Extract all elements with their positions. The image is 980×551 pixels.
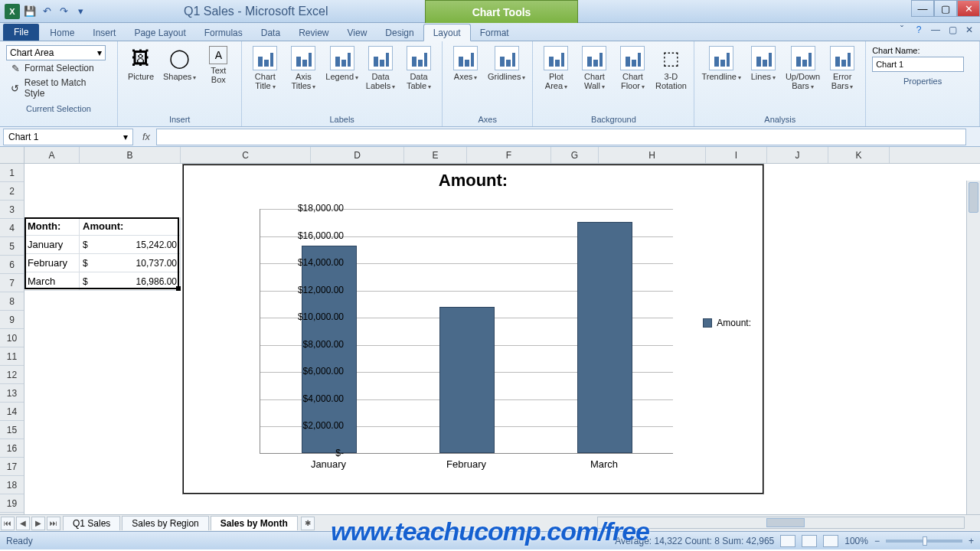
chart-floor-button[interactable]: Chart Floor — [614, 43, 651, 113]
quick-access-toolbar: X 💾 ↶ ↷ ▾ — [0, 4, 92, 19]
doc-restore-icon[interactable]: ▢ — [946, 24, 959, 35]
doc-minimize-icon[interactable]: — — [929, 24, 942, 35]
embedded-chart[interactable]: Amount: $-$2,000.00$4,000.00$6,000.00$8,… — [182, 164, 764, 494]
reset-icon: ↺ — [9, 82, 21, 94]
vertical-scrollbar[interactable] — [966, 181, 980, 514]
name-box[interactable]: Chart 1▾ — [3, 129, 133, 145]
legend-button[interactable]: Legend — [323, 43, 361, 113]
sheet-nav-prev[interactable]: ◀ — [16, 517, 30, 530]
group-label-properties: Properties — [871, 75, 975, 88]
tab-formulas[interactable]: Formulas — [195, 24, 252, 41]
qat-dropdown-icon[interactable]: ▾ — [74, 5, 87, 18]
zoom-in-button[interactable]: + — [969, 536, 974, 546]
updown-bars-button[interactable]: Up/Down Bars — [783, 43, 822, 113]
window-title: Q1 Sales - Microsoft Excel — [184, 5, 328, 18]
tab-layout[interactable]: Layout — [423, 24, 471, 41]
data-labels-button[interactable]: Data Labels — [362, 43, 399, 113]
close-button[interactable]: ✕ — [957, 0, 980, 17]
textbox-button[interactable]: AText Box — [200, 43, 237, 113]
minimize-button[interactable]: — — [911, 0, 934, 17]
view-normal-button[interactable] — [780, 535, 795, 547]
chart-floor-icon — [620, 46, 645, 70]
chart-title[interactable]: Amount: — [183, 165, 763, 194]
help-icon[interactable]: ? — [913, 24, 925, 35]
tab-home[interactable]: Home — [41, 24, 83, 41]
axis-titles-button[interactable]: Axis Titles — [285, 43, 322, 113]
tab-view[interactable]: View — [338, 24, 377, 41]
title-bar: X 💾 ↶ ↷ ▾ Q1 Sales - Microsoft Excel Cha… — [0, 0, 980, 23]
textbox-icon: A — [209, 46, 227, 64]
ribbon-minimize-icon[interactable]: ˇ — [896, 24, 908, 35]
rotation-button[interactable]: ⬚3-D Rotation — [652, 43, 689, 113]
picture-icon: 🖼 — [129, 46, 153, 70]
chart-element-selector[interactable]: Chart Area▾ — [6, 45, 106, 60]
worksheet-grid: ABCDEFGHIJK 1234567891011121314151617181… — [0, 147, 980, 514]
tab-format[interactable]: Format — [471, 24, 518, 41]
grid-body[interactable]: Month:Amount:JanuaryFebruaryMarch$15,242… — [24, 164, 980, 514]
lines-button[interactable]: Lines — [745, 43, 782, 113]
undo-icon[interactable]: ↶ — [40, 5, 54, 18]
ribbon: Chart Area▾ ✎Format Selection ↺Reset to … — [0, 41, 980, 127]
sheet-tab[interactable]: Sales by Region — [122, 516, 208, 530]
chart-name-input[interactable] — [872, 57, 964, 72]
chart-wall-icon — [582, 46, 606, 70]
tab-insert[interactable]: Insert — [83, 24, 125, 41]
zoom-out-button[interactable]: − — [874, 536, 880, 546]
fx-icon[interactable]: fx — [136, 131, 156, 142]
select-all-corner[interactable] — [0, 147, 24, 164]
reset-style-button[interactable]: ↺Reset to Match Style — [6, 76, 111, 100]
tab-file[interactable]: File — [3, 24, 39, 41]
zoom-value[interactable]: 100% — [844, 536, 868, 546]
gridlines-button[interactable]: Gridlines — [485, 43, 528, 113]
format-selection-button[interactable]: ✎Format Selection — [6, 60, 111, 76]
group-label-analysis: Analysis — [699, 113, 861, 126]
data-table-button[interactable]: Data Table — [400, 43, 437, 113]
sheet-tab[interactable]: Q1 Sales — [63, 516, 120, 530]
trendline-button[interactable]: Trendline — [699, 43, 743, 113]
maximize-button[interactable]: ▢ — [934, 0, 957, 17]
redo-icon[interactable]: ↷ — [57, 5, 70, 18]
axes-icon — [453, 46, 478, 70]
tab-page-layout[interactable]: Page Layout — [125, 24, 194, 41]
sheet-tab[interactable]: Sales by Month — [211, 516, 298, 530]
doc-close-icon[interactable]: ✕ — [963, 24, 975, 35]
legend-swatch — [703, 318, 712, 328]
plot-area-button[interactable]: Plot Area — [537, 43, 574, 113]
shapes-icon: ◯ — [168, 46, 192, 70]
insert-sheet-button[interactable]: ✱ — [301, 517, 315, 530]
formula-input[interactable] — [156, 129, 966, 145]
view-layout-button[interactable] — [802, 535, 817, 547]
error-bars-button[interactable]: Error Bars — [824, 43, 861, 113]
chart-plot-area[interactable] — [260, 209, 673, 454]
tab-design[interactable]: Design — [376, 24, 423, 41]
chart-title-icon — [253, 46, 277, 70]
status-ready: Ready — [6, 536, 33, 546]
chart-wall-button[interactable]: Chart Wall — [576, 43, 612, 113]
shapes-button[interactable]: ◯Shapes — [161, 43, 198, 113]
excel-icon[interactable]: X — [5, 4, 20, 19]
legend-icon — [330, 46, 354, 70]
status-bar: Ready Average: 14,322 Count: 8 Sum: 42,9… — [0, 531, 980, 549]
row-headers[interactable]: 12345678910111213141516171819 — [0, 164, 24, 514]
updown-icon — [791, 46, 815, 70]
group-label-current-selection: Current Selection — [5, 103, 113, 116]
group-label-axes: Axes — [447, 113, 528, 126]
sheet-nav-first[interactable]: ⏮ — [1, 517, 15, 530]
tab-data[interactable]: Data — [252, 24, 289, 41]
error-bars-icon — [830, 46, 854, 70]
axes-button[interactable]: Axes — [447, 43, 484, 113]
horizontal-scrollbar[interactable] — [597, 517, 965, 529]
tab-review[interactable]: Review — [289, 24, 338, 41]
sheet-nav-last[interactable]: ⏭ — [47, 517, 60, 530]
chart-title-button[interactable]: Chart Title — [247, 43, 283, 113]
ribbon-tabs: File Home Insert Page Layout Formulas Da… — [0, 23, 980, 41]
column-headers[interactable]: ABCDEFGHIJK — [24, 147, 980, 164]
save-icon[interactable]: 💾 — [23, 5, 37, 18]
zoom-slider[interactable] — [886, 540, 962, 543]
format-icon: ✎ — [9, 62, 21, 74]
picture-button[interactable]: 🖼Picture — [122, 43, 159, 113]
sheet-nav-next[interactable]: ▶ — [31, 517, 45, 530]
view-pagebreak-button[interactable] — [823, 535, 838, 547]
chart-legend[interactable]: Amount: — [703, 318, 751, 328]
group-label-background: Background — [537, 113, 689, 126]
